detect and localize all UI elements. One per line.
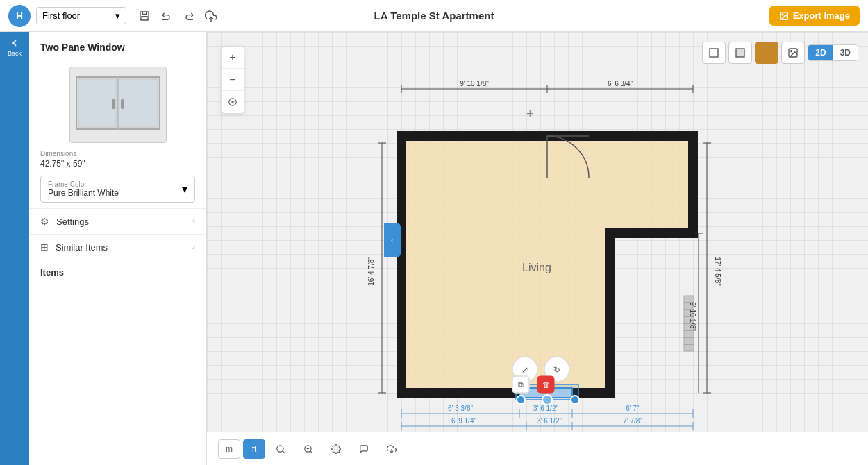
zoom-in-button[interactable]: +: [222, 46, 244, 69]
similar-items-label: Similar Items: [56, 242, 108, 253]
svg-rect-6: [78, 79, 116, 127]
svg-point-37: [571, 396, 579, 404]
floorplan-svg: Living ⤢ ↻ ⧉ 🗑 9' 10 1/8": [249, 60, 868, 465]
similar-items-row[interactable]: ⊞ Similar Items ›: [29, 234, 206, 260]
item-preview-image: [69, 67, 167, 143]
svg-point-100: [335, 448, 337, 450]
topbar-tools: [135, 6, 221, 26]
svg-text:⧉: ⧉: [518, 380, 524, 389]
save-button[interactable]: [135, 6, 154, 26]
svg-rect-15: [762, 49, 771, 57]
bottom-toolbar: m ft: [207, 432, 868, 465]
chevron-right-icon: ›: [192, 217, 195, 226]
svg-text:7' 7/8": 7' 7/8": [623, 417, 642, 425]
dimensions-value: 42.75" x 59": [29, 159, 206, 176]
shaded-outline-view-button[interactable]: [728, 42, 752, 64]
chevron-down-icon: ▾: [182, 183, 187, 196]
view-controls: 2D 3D: [702, 42, 858, 64]
export-label: Export Image: [793, 10, 850, 21]
zoom-out-button[interactable]: −: [222, 69, 244, 91]
settings-label: Settings: [56, 217, 89, 227]
svg-point-3: [782, 14, 783, 15]
svg-line-95: [283, 450, 285, 453]
zoom-tool-button[interactable]: [296, 438, 321, 460]
left-panel: Two Pane Window Dimens: [29, 32, 207, 465]
item-preview: [29, 60, 206, 150]
svg-rect-13: [710, 49, 718, 57]
svg-text:Living: Living: [522, 262, 551, 273]
collapse-panel-button[interactable]: ‹: [384, 223, 401, 257]
floor-selector-value: First floor: [42, 10, 80, 21]
svg-text:6' 7": 6' 7": [626, 405, 640, 412]
app-logo[interactable]: H: [8, 5, 31, 27]
svg-line-97: [310, 450, 312, 453]
svg-text:⤢: ⤢: [521, 365, 528, 375]
2d-button[interactable]: 2D: [808, 45, 833, 60]
svg-text:3' 6 1/2": 3' 6 1/2": [533, 405, 558, 412]
undo-button[interactable]: [157, 6, 176, 26]
chevron-left-icon: ‹: [391, 235, 394, 245]
export-tool-button[interactable]: [379, 438, 404, 460]
canvas-area[interactable]: + − 2D 3D +: [207, 32, 868, 465]
back-label: Back: [8, 50, 22, 57]
svg-point-17: [791, 51, 792, 52]
grid-icon: ⊞: [40, 242, 49, 253]
items-section-title: Items: [29, 260, 206, 282]
svg-point-36: [542, 395, 552, 405]
comment-tool-button[interactable]: [351, 438, 376, 460]
svg-rect-8: [112, 99, 115, 109]
floor-selector[interactable]: First floor ▾: [36, 7, 126, 24]
main-layout: Back Two Pane Window: [0, 32, 868, 465]
frame-color-selector[interactable]: Frame Color Pure Brilliant White ▾: [40, 176, 195, 203]
item-name: Two Pane Window: [29, 32, 206, 60]
dimensions-label: Dimensions: [29, 150, 206, 159]
frame-color-label: Frame Color: [48, 180, 119, 188]
svg-point-94: [277, 445, 283, 451]
search-tool-button[interactable]: [268, 438, 293, 460]
unit-ft-button[interactable]: ft: [243, 439, 265, 459]
svg-point-35: [517, 396, 525, 404]
3d-button[interactable]: 3D: [833, 45, 858, 60]
svg-text:↻: ↻: [553, 365, 560, 375]
chevron-right-icon: ›: [192, 242, 195, 252]
2d-3d-switcher: 2D 3D: [808, 44, 858, 61]
zoom-fit-button[interactable]: [222, 91, 244, 113]
svg-text:17' 4 5/8": 17' 4 5/8": [714, 257, 721, 286]
page-title: LA Temple St Apartment: [374, 10, 494, 22]
settings-icon: ⚙: [40, 216, 49, 227]
settings-row[interactable]: ⚙ Settings ›: [29, 208, 206, 234]
cloud-save-button[interactable]: [201, 6, 221, 26]
svg-text:9' 10 1/8": 9' 10 1/8": [460, 80, 489, 87]
export-image-button[interactable]: Export Image: [769, 6, 860, 26]
frame-color-value: Pure Brilliant White: [48, 188, 119, 198]
svg-rect-9: [121, 99, 124, 109]
svg-text:16' 4 7/8": 16' 4 7/8": [367, 257, 375, 286]
sidebar-strip: Back: [0, 32, 29, 465]
svg-text:←: ←: [457, 80, 464, 87]
svg-rect-7: [119, 79, 158, 127]
svg-text:6' 3 3/8": 6' 3 3/8": [448, 405, 473, 412]
redo-button[interactable]: [179, 6, 199, 26]
svg-text:6' 6 3/4": 6' 6 3/4": [608, 80, 633, 87]
unit-m-button[interactable]: m: [218, 439, 240, 459]
shaded-view-button[interactable]: [755, 42, 778, 64]
svg-text:9' 10 1/8": 9' 10 1/8": [689, 302, 696, 331]
svg-text:6' 9 1/4": 6' 9 1/4": [451, 417, 476, 425]
outline-view-button[interactable]: [702, 42, 726, 64]
svg-rect-14: [736, 49, 744, 57]
topbar: H First floor ▾ LA Temple St Apartment E…: [0, 0, 868, 32]
settings-tool-button[interactable]: [324, 438, 349, 460]
svg-text:🗑: 🗑: [542, 380, 550, 389]
zoom-controls: + −: [221, 46, 244, 114]
svg-text:3' 6 1/2": 3' 6 1/2": [537, 417, 562, 425]
photo-view-button[interactable]: [781, 42, 805, 64]
chevron-down-icon: ▾: [115, 10, 120, 21]
back-button[interactable]: Back: [8, 37, 22, 57]
